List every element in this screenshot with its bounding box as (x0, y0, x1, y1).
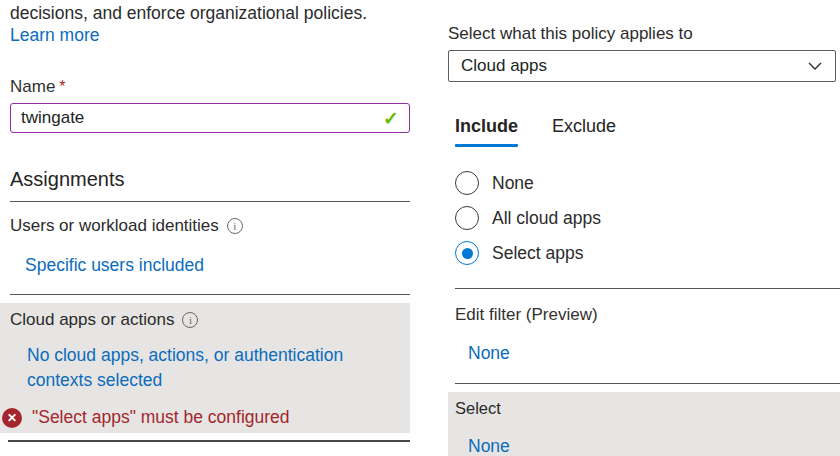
dropdown-selected-value: Cloud apps (461, 56, 807, 76)
name-input[interactable] (21, 108, 377, 128)
applies-to-dropdown[interactable]: Cloud apps (448, 50, 836, 82)
name-label-text: Name (10, 77, 55, 96)
required-asterisk: * (59, 78, 65, 95)
radio-none-label: None (492, 173, 534, 194)
include-exclude-tabs: Include Exclude (455, 116, 616, 145)
tab-include[interactable]: Include (455, 116, 518, 145)
radio-all-cloud-apps-label: All cloud apps (492, 208, 601, 229)
cloud-apps-row: Cloud apps or actions i (10, 310, 198, 330)
name-input-container: ✓ (10, 103, 410, 133)
divider (10, 201, 410, 202)
radio-all-cloud-apps[interactable]: All cloud apps (455, 206, 601, 230)
policy-description-text: decisions, and enforce organizational po… (10, 2, 410, 24)
edit-filter-label: Edit filter (Preview) (455, 305, 598, 325)
divider (455, 288, 840, 289)
radio-select-apps[interactable]: Select apps (455, 241, 583, 265)
learn-more-link[interactable]: Learn more (10, 25, 100, 46)
users-workload-row: Users or workload identities i (10, 216, 243, 236)
select-none-link[interactable]: None (468, 436, 510, 456)
divider (455, 383, 840, 384)
error-x-icon: ✕ (2, 408, 22, 428)
error-message: "Select apps" must be configured (32, 407, 290, 428)
conditional-access-blade: decisions, and enforce organizational po… (0, 0, 840, 456)
info-icon[interactable]: i (227, 218, 243, 234)
valid-check-icon: ✓ (383, 107, 399, 130)
name-field-label: Name* (10, 77, 66, 97)
info-icon[interactable]: i (182, 312, 198, 328)
select-label: Select (455, 399, 501, 418)
radio-select-apps-label: Select apps (492, 243, 583, 264)
radio-circle-icon (455, 171, 479, 195)
divider (10, 294, 410, 295)
radio-selected-icon (455, 241, 479, 265)
assignments-heading: Assignments (10, 168, 125, 191)
tab-exclude[interactable]: Exclude (552, 116, 616, 145)
chevron-down-icon (807, 58, 823, 74)
specific-users-link[interactable]: Specific users included (25, 255, 204, 276)
validation-error-row: ✕ "Select apps" must be configured (2, 407, 290, 428)
applies-to-label: Select what this policy applies to (448, 24, 693, 44)
divider (8, 440, 410, 442)
users-workload-label: Users or workload identities (10, 216, 219, 236)
cloud-apps-label: Cloud apps or actions (10, 310, 174, 330)
edit-filter-none-link[interactable]: None (468, 343, 510, 364)
radio-circle-icon (455, 206, 479, 230)
no-cloud-apps-link[interactable]: No cloud apps, actions, or authenticatio… (27, 343, 387, 393)
radio-none[interactable]: None (455, 171, 534, 195)
